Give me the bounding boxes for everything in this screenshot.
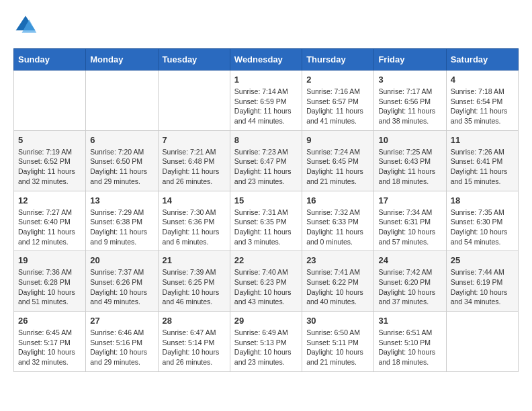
day-info: Sunrise: 7:18 AMSunset: 6:54 PMDaylight:…	[451, 87, 514, 126]
day-number: 12	[18, 195, 81, 205]
calendar-cell: 8Sunrise: 7:23 AMSunset: 6:47 PMDaylight…	[230, 130, 302, 191]
calendar-cell: 13Sunrise: 7:29 AMSunset: 6:38 PMDayligh…	[86, 191, 158, 251]
day-info: Sunrise: 7:44 AMSunset: 6:19 PMDaylight:…	[451, 267, 514, 307]
logo	[13, 13, 42, 38]
weekday-header-wednesday: Wednesday	[230, 49, 302, 71]
day-number: 25	[451, 255, 514, 265]
calendar-cell	[86, 71, 158, 131]
calendar-cell: 1Sunrise: 7:14 AMSunset: 6:59 PMDaylight…	[230, 71, 302, 131]
day-number: 28	[163, 316, 226, 326]
day-info: Sunrise: 7:31 AMSunset: 6:35 PMDaylight:…	[234, 208, 298, 247]
day-number: 18	[451, 195, 514, 205]
day-info: Sunrise: 7:39 AMSunset: 6:25 PMDaylight:…	[163, 267, 226, 307]
day-number: 29	[234, 316, 298, 326]
day-info: Sunrise: 7:23 AMSunset: 6:47 PMDaylight:…	[234, 147, 298, 187]
day-number: 7	[163, 135, 226, 145]
day-info: Sunrise: 6:49 AMSunset: 5:13 PMDaylight:…	[234, 328, 298, 367]
calendar-cell: 4Sunrise: 7:18 AMSunset: 6:54 PMDaylight…	[446, 71, 518, 131]
day-number: 19	[18, 255, 81, 265]
day-info: Sunrise: 6:51 AMSunset: 5:10 PMDaylight:…	[378, 328, 441, 367]
calendar-cell: 29Sunrise: 6:49 AMSunset: 5:13 PMDayligh…	[230, 312, 302, 372]
calendar-cell: 12Sunrise: 7:27 AMSunset: 6:40 PMDayligh…	[14, 191, 86, 251]
day-info: Sunrise: 6:50 AMSunset: 5:11 PMDaylight:…	[306, 328, 369, 367]
calendar-cell: 11Sunrise: 7:26 AMSunset: 6:41 PMDayligh…	[446, 130, 518, 191]
day-info: Sunrise: 7:32 AMSunset: 6:33 PMDaylight:…	[306, 208, 369, 247]
day-info: Sunrise: 7:35 AMSunset: 6:30 PMDaylight:…	[451, 208, 514, 247]
day-number: 13	[90, 195, 153, 205]
day-info: Sunrise: 7:40 AMSunset: 6:23 PMDaylight:…	[234, 267, 298, 307]
calendar-cell: 24Sunrise: 7:42 AMSunset: 6:20 PMDayligh…	[374, 251, 446, 312]
day-number: 3	[378, 75, 441, 85]
week-row-2: 5Sunrise: 7:19 AMSunset: 6:52 PMDaylight…	[14, 130, 519, 191]
calendar-cell: 5Sunrise: 7:19 AMSunset: 6:52 PMDaylight…	[14, 130, 86, 191]
day-info: Sunrise: 7:14 AMSunset: 6:59 PMDaylight:…	[234, 87, 298, 126]
day-info: Sunrise: 7:36 AMSunset: 6:28 PMDaylight:…	[18, 267, 81, 307]
day-number: 22	[234, 255, 298, 265]
day-info: Sunrise: 7:29 AMSunset: 6:38 PMDaylight:…	[90, 208, 153, 247]
weekday-header-sunday: Sunday	[14, 49, 86, 71]
day-info: Sunrise: 7:17 AMSunset: 6:56 PMDaylight:…	[378, 87, 441, 126]
day-info: Sunrise: 7:41 AMSunset: 6:22 PMDaylight:…	[306, 267, 369, 307]
calendar-cell: 28Sunrise: 6:47 AMSunset: 5:14 PMDayligh…	[158, 312, 230, 372]
week-row-3: 12Sunrise: 7:27 AMSunset: 6:40 PMDayligh…	[14, 191, 519, 251]
calendar-cell: 26Sunrise: 6:45 AMSunset: 5:17 PMDayligh…	[14, 312, 86, 372]
weekday-header-tuesday: Tuesday	[158, 49, 230, 71]
day-info: Sunrise: 6:46 AMSunset: 5:16 PMDaylight:…	[90, 328, 153, 367]
day-info: Sunrise: 7:27 AMSunset: 6:40 PMDaylight:…	[18, 208, 81, 247]
day-number: 5	[18, 135, 81, 145]
day-info: Sunrise: 6:45 AMSunset: 5:17 PMDaylight:…	[18, 328, 81, 367]
calendar-cell: 23Sunrise: 7:41 AMSunset: 6:22 PMDayligh…	[302, 251, 374, 312]
calendar-cell: 30Sunrise: 6:50 AMSunset: 5:11 PMDayligh…	[302, 312, 374, 372]
calendar-cell: 10Sunrise: 7:25 AMSunset: 6:43 PMDayligh…	[374, 130, 446, 191]
day-info: Sunrise: 7:21 AMSunset: 6:48 PMDaylight:…	[163, 147, 226, 187]
day-number: 24	[378, 255, 441, 265]
calendar-cell: 15Sunrise: 7:31 AMSunset: 6:35 PMDayligh…	[230, 191, 302, 251]
calendar-cell: 20Sunrise: 7:37 AMSunset: 6:26 PMDayligh…	[86, 251, 158, 312]
calendar-cell	[14, 71, 86, 131]
week-row-1: 1Sunrise: 7:14 AMSunset: 6:59 PMDaylight…	[14, 71, 519, 131]
day-info: Sunrise: 7:42 AMSunset: 6:20 PMDaylight:…	[378, 267, 441, 307]
calendar-cell: 22Sunrise: 7:40 AMSunset: 6:23 PMDayligh…	[230, 251, 302, 312]
calendar-cell: 18Sunrise: 7:35 AMSunset: 6:30 PMDayligh…	[446, 191, 518, 251]
day-number: 26	[18, 316, 81, 326]
day-number: 8	[234, 135, 298, 145]
day-info: Sunrise: 6:47 AMSunset: 5:14 PMDaylight:…	[163, 328, 226, 367]
calendar-cell: 3Sunrise: 7:17 AMSunset: 6:56 PMDaylight…	[374, 71, 446, 131]
day-number: 30	[306, 316, 369, 326]
calendar-cell: 14Sunrise: 7:30 AMSunset: 6:36 PMDayligh…	[158, 191, 230, 251]
week-row-5: 26Sunrise: 6:45 AMSunset: 5:17 PMDayligh…	[14, 312, 519, 372]
day-number: 20	[90, 255, 153, 265]
day-info: Sunrise: 7:34 AMSunset: 6:31 PMDaylight:…	[378, 208, 441, 247]
day-info: Sunrise: 7:30 AMSunset: 6:36 PMDaylight:…	[163, 208, 226, 247]
day-number: 6	[90, 135, 153, 145]
day-info: Sunrise: 7:20 AMSunset: 6:50 PMDaylight:…	[90, 147, 153, 187]
calendar-cell: 2Sunrise: 7:16 AMSunset: 6:57 PMDaylight…	[302, 71, 374, 131]
calendar-cell	[446, 312, 518, 372]
day-number: 14	[163, 195, 226, 205]
calendar-cell: 27Sunrise: 6:46 AMSunset: 5:16 PMDayligh…	[86, 312, 158, 372]
day-number: 2	[306, 75, 369, 85]
calendar-table: SundayMondayTuesdayWednesdayThursdayFrid…	[13, 48, 519, 372]
day-number: 10	[378, 135, 441, 145]
weekday-header-thursday: Thursday	[302, 49, 374, 71]
calendar-cell: 31Sunrise: 6:51 AMSunset: 5:10 PMDayligh…	[374, 312, 446, 372]
day-info: Sunrise: 7:16 AMSunset: 6:57 PMDaylight:…	[306, 87, 369, 126]
day-number: 16	[306, 195, 369, 205]
calendar-cell: 21Sunrise: 7:39 AMSunset: 6:25 PMDayligh…	[158, 251, 230, 312]
calendar-cell: 16Sunrise: 7:32 AMSunset: 6:33 PMDayligh…	[302, 191, 374, 251]
day-number: 23	[306, 255, 369, 265]
day-info: Sunrise: 7:26 AMSunset: 6:41 PMDaylight:…	[451, 147, 514, 187]
calendar-cell: 25Sunrise: 7:44 AMSunset: 6:19 PMDayligh…	[446, 251, 518, 312]
weekday-header-row: SundayMondayTuesdayWednesdayThursdayFrid…	[14, 49, 519, 71]
calendar-cell: 19Sunrise: 7:36 AMSunset: 6:28 PMDayligh…	[14, 251, 86, 312]
day-info: Sunrise: 7:37 AMSunset: 6:26 PMDaylight:…	[90, 267, 153, 307]
calendar-cell: 6Sunrise: 7:20 AMSunset: 6:50 PMDaylight…	[86, 130, 158, 191]
page-header	[13, 13, 519, 38]
calendar-cell	[158, 71, 230, 131]
day-number: 1	[234, 75, 298, 85]
day-number: 11	[451, 135, 514, 145]
day-number: 31	[378, 316, 441, 326]
day-number: 21	[163, 255, 226, 265]
logo-icon	[13, 13, 38, 38]
calendar-cell: 17Sunrise: 7:34 AMSunset: 6:31 PMDayligh…	[374, 191, 446, 251]
